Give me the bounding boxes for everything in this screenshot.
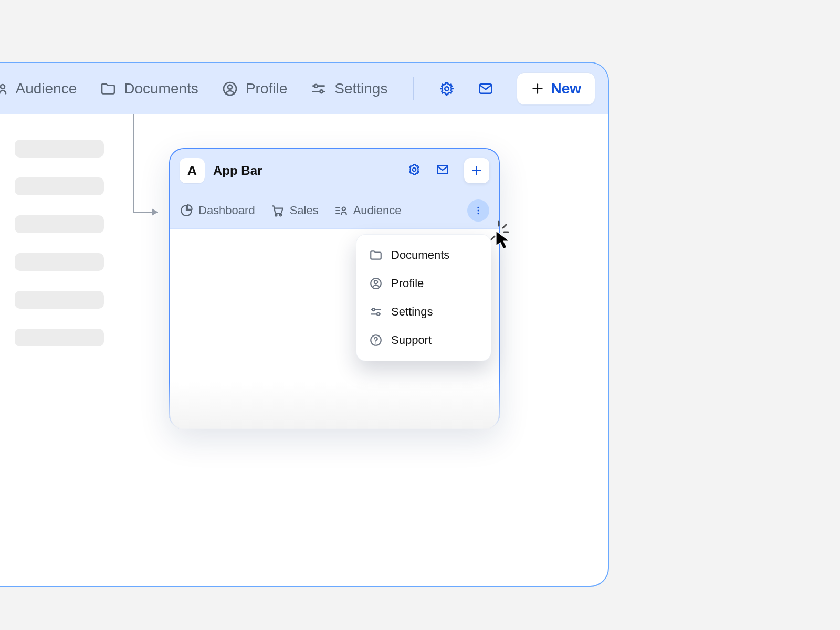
nav-audience[interactable]: Audience (0, 80, 77, 97)
folder-icon (369, 248, 383, 262)
tab-sales[interactable]: Sales (271, 204, 319, 217)
dropdown-label: Profile (391, 277, 424, 290)
app-logo: A (180, 158, 205, 183)
dropdown-label: Settings (391, 305, 433, 319)
skeleton-line (15, 253, 104, 271)
tab-audience[interactable]: Audience (334, 204, 402, 217)
overflow-dropdown: Documents Profile Settings Support (356, 234, 491, 361)
skeleton-line (15, 215, 104, 233)
new-button[interactable]: New (517, 72, 595, 105)
desktop-nav: Audience Documents Profile Settin (0, 72, 595, 105)
gear-icon (407, 163, 421, 176)
nav-label: Audience (15, 80, 77, 97)
svg-point-27 (478, 209, 479, 211)
dropdown-item-support[interactable]: Support (356, 326, 491, 354)
svg-point-30 (374, 280, 378, 284)
dropdown-label: Documents (391, 248, 449, 262)
nav-settings[interactable]: Settings (310, 80, 387, 97)
svg-point-25 (342, 207, 345, 211)
overflow-menu-button[interactable] (467, 200, 489, 222)
svg-point-28 (478, 213, 479, 214)
svg-point-3 (1, 85, 5, 89)
dropdown-item-profile[interactable]: Profile (356, 269, 491, 298)
dropdown-item-settings[interactable]: Settings (356, 298, 491, 326)
dropdown-label: Support (391, 333, 432, 347)
compact-tab-row: Dashboard Sales Audience (170, 192, 499, 229)
new-button[interactable] (464, 158, 489, 183)
nav-label: Settings (334, 80, 387, 97)
dropdown-item-documents[interactable]: Documents (356, 241, 491, 269)
more-vertical-icon (473, 205, 484, 216)
svg-point-12 (445, 87, 449, 91)
desktop-app-bar: Audience Documents Profile Settin (0, 63, 608, 114)
app-logo-letter: A (187, 163, 197, 179)
compact-app-bar: A App Bar (170, 149, 499, 192)
app-title: App Bar (213, 163, 262, 178)
mail-button[interactable] (433, 160, 453, 182)
skeleton-line (15, 291, 104, 309)
chart-pie-icon (180, 204, 193, 217)
tab-dashboard[interactable]: Dashboard (180, 204, 255, 217)
folder-icon (100, 80, 117, 97)
mail-button[interactable] (478, 81, 494, 97)
svg-point-16 (413, 168, 416, 172)
plus-icon (470, 164, 483, 177)
divider (413, 77, 414, 100)
new-button-label: New (551, 80, 581, 97)
nav-label: Documents (124, 80, 198, 97)
mail-icon (478, 81, 494, 97)
nav-documents[interactable]: Documents (100, 80, 198, 97)
settings-gear-button[interactable] (404, 160, 424, 182)
svg-point-20 (275, 214, 277, 215)
nav-profile[interactable]: Profile (222, 80, 287, 97)
svg-point-38 (375, 342, 376, 343)
skeleton-line (15, 177, 104, 195)
tab-label: Audience (353, 204, 402, 217)
sliders-icon (369, 305, 383, 319)
help-icon (369, 333, 383, 347)
tab-label: Dashboard (198, 204, 255, 217)
skeleton-line (15, 140, 104, 158)
nav-label: Profile (246, 80, 287, 97)
mail-icon (436, 163, 449, 176)
profile-icon (369, 277, 383, 290)
svg-point-21 (279, 214, 281, 215)
audience-icon (0, 80, 8, 97)
cart-icon (271, 204, 285, 217)
gear-icon (439, 81, 455, 97)
svg-point-26 (478, 206, 479, 208)
profile-icon (222, 80, 238, 97)
settings-gear-button[interactable] (439, 81, 455, 97)
skeleton-line (15, 329, 104, 346)
sliders-icon (310, 80, 327, 97)
svg-point-5 (228, 85, 232, 89)
audience-icon (334, 204, 348, 217)
tab-label: Sales (290, 204, 319, 217)
plus-icon (531, 82, 544, 96)
fade-overlay (169, 382, 500, 429)
